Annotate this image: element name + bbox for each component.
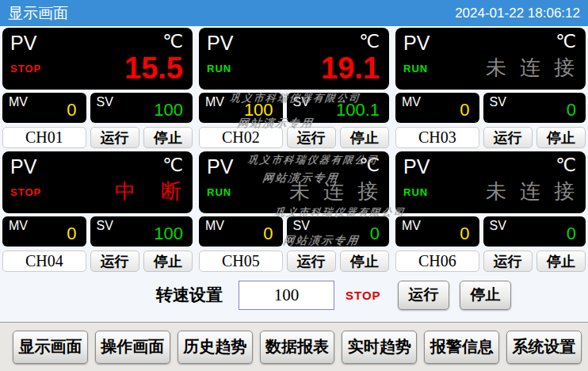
stop-button-ch06[interactable]: 停止 xyxy=(536,251,586,272)
pv-display-ch03: PV ℃ RUN 未连接 xyxy=(395,28,586,90)
mv-display-ch02: MV 100 xyxy=(199,93,283,123)
sv-value-ch04: 100 xyxy=(154,224,183,244)
run-button-ch05[interactable]: 运行 xyxy=(287,251,336,272)
nav-button-system-settings[interactable]: 系统设置 xyxy=(506,331,582,364)
channel-name-button-ch04[interactable]: CH04 xyxy=(2,251,86,272)
pv-display-ch06: PV ℃ RUN 未连接 xyxy=(395,151,586,213)
status-badge-ch04: STOP xyxy=(10,186,41,198)
main-area: PV ℃ STOP 15.5 MV 0 SV 100 CH01 xyxy=(0,26,588,312)
mv-display-ch06: MV 0 xyxy=(395,216,479,247)
run-button-ch01[interactable]: 运行 xyxy=(90,127,139,148)
sv-label: SV xyxy=(97,219,113,233)
titlebar: 显示画面 2024-01-22 18:06:12 xyxy=(0,0,588,26)
mv-label: MV xyxy=(205,219,224,233)
speed-setting-row: 转速设置 STOP 运行 停止 xyxy=(0,277,588,312)
speed-setting-label: 转速设置 xyxy=(156,284,223,306)
channel-buttons: CH05 运行 停止 xyxy=(199,251,389,272)
mv-sv-row: MV 0 SV 100 xyxy=(2,93,193,123)
sv-display-ch06: SV 0 xyxy=(483,216,586,247)
stop-button-ch03[interactable]: 停止 xyxy=(536,127,586,148)
run-button-ch02[interactable]: 运行 xyxy=(287,127,336,148)
sv-display-ch03: SV 0 xyxy=(483,93,586,123)
channel-card-ch02: PV ℃ RUN 19.1 MV 100 SV 100.1 CH xyxy=(199,28,389,148)
pv-display-ch05: PV ℃ RUN 未连接 xyxy=(199,151,389,213)
sv-value-ch02: 100.1 xyxy=(336,100,380,120)
channel-buttons: CH02 运行 停止 xyxy=(199,127,389,148)
stop-button-ch05[interactable]: 停止 xyxy=(340,251,389,272)
mv-value-ch03: 0 xyxy=(460,100,469,120)
sv-display-ch01: SV 100 xyxy=(90,93,193,123)
mv-sv-row: MV 0 SV 0 xyxy=(395,93,586,123)
run-button-ch06[interactable]: 运行 xyxy=(483,251,533,272)
channel-buttons: CH06 运行 停止 xyxy=(395,251,586,272)
pv-value-ch04: 中断 xyxy=(115,178,207,205)
pv-display-ch04: PV ℃ STOP 中断 xyxy=(2,151,193,213)
celsius-unit: ℃ xyxy=(556,31,576,52)
channel-name-button-ch03[interactable]: CH03 xyxy=(395,127,479,148)
sv-label: SV xyxy=(293,219,310,233)
nav-button-operation-screen[interactable]: 操作画面 xyxy=(95,331,170,364)
channel-card-ch04: PV ℃ STOP 中断 MV 0 SV 100 CH04 xyxy=(2,151,193,272)
status-badge-ch05: RUN xyxy=(207,186,231,198)
pv-label: PV xyxy=(10,32,36,55)
sv-label: SV xyxy=(490,95,506,109)
nav-button-realtime-trend[interactable]: 实时趋势 xyxy=(342,331,417,364)
mv-sv-row: MV 0 SV 0 xyxy=(199,216,389,247)
stop-button-ch02[interactable]: 停止 xyxy=(340,127,389,148)
channel-buttons: CH01 运行 停止 xyxy=(2,127,193,148)
channel-grid: PV ℃ STOP 15.5 MV 0 SV 100 CH01 xyxy=(0,26,588,272)
datetime-display: 2024-01-22 18:06:12 xyxy=(455,6,580,21)
nav-button-history-trend[interactable]: 历史趋势 xyxy=(178,331,253,364)
run-button-ch03[interactable]: 运行 xyxy=(483,127,533,148)
sv-value-ch06: 0 xyxy=(567,224,576,244)
mv-value-ch02: 100 xyxy=(244,100,273,120)
speed-input[interactable] xyxy=(239,281,334,310)
sv-value-ch01: 100 xyxy=(154,100,183,120)
mv-display-ch04: MV 0 xyxy=(2,216,86,247)
stop-button-ch01[interactable]: 停止 xyxy=(143,127,193,148)
channel-name-button-ch06[interactable]: CH06 xyxy=(395,251,479,272)
status-badge-ch02: RUN xyxy=(207,63,231,75)
mv-label: MV xyxy=(205,95,224,109)
nav-button-data-report[interactable]: 数据报表 xyxy=(260,331,335,364)
status-badge-ch06: RUN xyxy=(403,186,428,198)
nav-button-display-screen[interactable]: 显示画面 xyxy=(13,331,88,364)
pv-display-ch01: PV ℃ STOP 15.5 xyxy=(2,28,193,90)
mv-label: MV xyxy=(9,219,28,233)
channel-name-button-ch05[interactable]: CH05 xyxy=(199,251,283,272)
sv-display-ch02: SV 100.1 xyxy=(287,93,389,123)
bottom-navbar: 显示画面 操作画面 历史趋势 数据报表 实时趋势 报警信息 系统设置 xyxy=(0,322,588,371)
status-badge-ch03: RUN xyxy=(403,63,428,75)
pv-display-ch02: PV ℃ RUN 19.1 xyxy=(199,28,389,90)
mv-label: MV xyxy=(9,95,28,109)
mv-display-ch03: MV 0 xyxy=(395,93,479,123)
mv-sv-row: MV 100 SV 100.1 xyxy=(199,93,389,123)
celsius-unit: ℃ xyxy=(162,31,183,52)
channel-name-button-ch02[interactable]: CH02 xyxy=(199,127,283,148)
pv-value-ch02: 19.1 xyxy=(321,52,380,86)
channel-buttons: CH04 运行 停止 xyxy=(2,251,193,272)
pv-label: PV xyxy=(10,155,36,178)
pv-value-ch05: 未连接 xyxy=(289,178,391,205)
stop-button-ch04[interactable]: 停止 xyxy=(143,251,193,272)
mv-display-ch05: MV 0 xyxy=(199,216,283,247)
page-title: 显示画面 xyxy=(8,3,68,24)
channel-card-ch06: PV ℃ RUN 未连接 MV 0 SV 0 CH06 xyxy=(395,151,586,272)
speed-status-badge: STOP xyxy=(346,289,380,302)
sv-label: SV xyxy=(490,219,506,233)
sv-label: SV xyxy=(293,95,310,109)
run-button-ch04[interactable]: 运行 xyxy=(90,251,139,272)
sv-display-ch05: SV 0 xyxy=(287,216,389,247)
pv-value-ch06: 未连接 xyxy=(486,178,588,205)
celsius-unit: ℃ xyxy=(359,155,380,176)
sv-label: SV xyxy=(97,95,113,109)
status-badge-ch01: STOP xyxy=(10,63,41,75)
pv-label: PV xyxy=(207,155,233,178)
mv-label: MV xyxy=(402,219,421,233)
nav-button-alarm-info[interactable]: 报警信息 xyxy=(424,331,499,364)
speed-stop-button[interactable]: 停止 xyxy=(460,281,511,310)
speed-run-button[interactable]: 运行 xyxy=(398,281,449,310)
mv-label: MV xyxy=(402,95,421,109)
mv-sv-row: MV 0 SV 0 xyxy=(395,216,586,247)
channel-name-button-ch01[interactable]: CH01 xyxy=(2,127,86,148)
